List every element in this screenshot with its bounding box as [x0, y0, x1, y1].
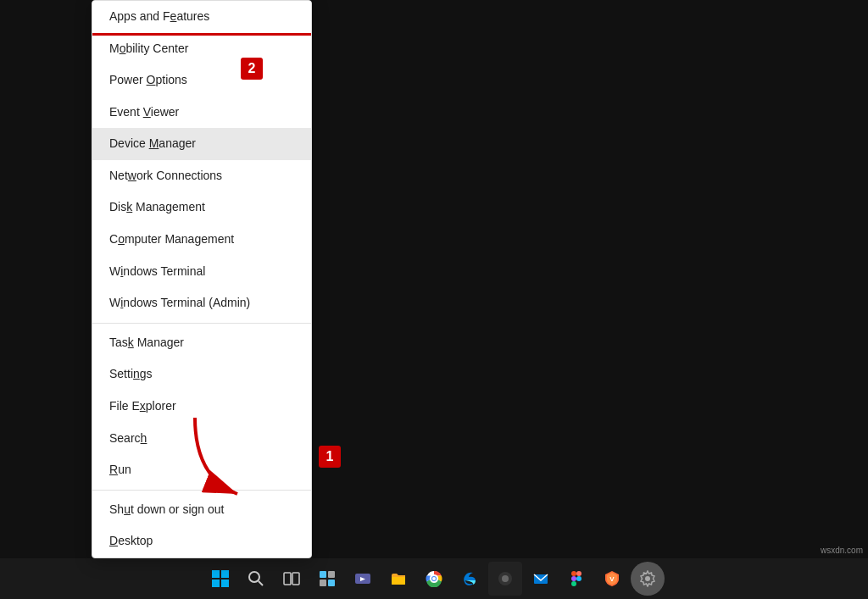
vpn-icon[interactable]: V	[595, 562, 629, 596]
svg-rect-10	[328, 571, 335, 578]
svg-line-6	[259, 581, 263, 585]
svg-rect-12	[328, 580, 335, 586]
chrome-icon[interactable]	[417, 562, 451, 596]
app-icon-2[interactable]	[524, 562, 558, 596]
figma-icon[interactable]	[559, 562, 593, 596]
svg-rect-11	[320, 580, 326, 586]
svg-point-22	[576, 576, 581, 581]
svg-point-28	[645, 576, 650, 581]
menu-item-file-explorer[interactable]: File Explorer	[92, 391, 311, 423]
file-explorer-icon[interactable]	[381, 562, 415, 596]
svg-rect-2	[221, 570, 229, 578]
svg-rect-1	[212, 570, 220, 578]
menu-item-mobility-center[interactable]: Mobility Center	[92, 33, 311, 65]
menu-item-device-manager[interactable]: Device Manager	[92, 128, 311, 160]
menu-item-apps-features[interactable]: Apps and Features	[92, 1, 311, 33]
svg-rect-3	[212, 580, 220, 587]
svg-text:V: V	[609, 575, 615, 583]
svg-rect-9	[320, 571, 326, 578]
app-icon-1[interactable]	[488, 562, 522, 596]
menu-item-event-viewer[interactable]: Event Viewer	[92, 97, 311, 129]
edge-icon[interactable]	[453, 562, 487, 596]
menu-item-windows-terminal-admin[interactable]: Windows Terminal (Admin)	[92, 287, 311, 319]
svg-point-20	[502, 575, 509, 582]
svg-rect-25	[571, 576, 576, 581]
svg-rect-26	[571, 581, 576, 586]
svg-rect-8	[292, 573, 299, 585]
widgets-icon[interactable]	[310, 562, 344, 596]
menu-item-shut-down[interactable]: Shut down or sign out	[92, 494, 311, 526]
settings-taskbar-icon[interactable]	[631, 562, 665, 596]
menu-item-settings[interactable]: Settings	[92, 358, 311, 391]
watermark: wsxdn.com	[821, 546, 863, 555]
svg-rect-7	[284, 573, 291, 585]
taskbar: V	[0, 558, 868, 599]
separator-2	[92, 490, 311, 491]
menu-item-search[interactable]: Search	[92, 423, 311, 455]
menu-item-task-manager[interactable]: Task Manager	[92, 327, 311, 359]
menu-item-disk-management[interactable]: Disk Management	[92, 191, 311, 224]
svg-rect-15	[392, 577, 405, 585]
svg-point-5	[249, 572, 259, 582]
task-view-icon[interactable]	[275, 562, 309, 596]
start-button[interactable]	[203, 562, 237, 596]
menu-item-windows-terminal[interactable]: Windows Terminal	[92, 256, 311, 288]
teams-icon[interactable]	[346, 562, 380, 596]
annotation-badge-2: 2	[241, 58, 263, 80]
menu-item-computer-management[interactable]: Computer Management	[92, 224, 311, 256]
menu-item-power-options[interactable]: Power Options	[92, 64, 311, 97]
svg-rect-4	[221, 580, 229, 587]
svg-rect-24	[576, 571, 581, 576]
svg-point-18	[432, 577, 436, 580]
svg-rect-23	[571, 571, 576, 576]
menu-item-run[interactable]: Run	[92, 454, 311, 486]
separator-1	[92, 323, 311, 324]
menu-item-desktop[interactable]: Desktop	[92, 525, 311, 557]
menu-item-network-connections[interactable]: Network Connections	[92, 160, 311, 192]
context-menu: Apps and Features Mobility Center Power …	[92, 0, 312, 558]
search-taskbar-icon[interactable]	[239, 562, 273, 596]
desktop: Apps and Features Mobility Center Power …	[0, 0, 868, 599]
annotation-badge-1: 1	[319, 446, 341, 468]
